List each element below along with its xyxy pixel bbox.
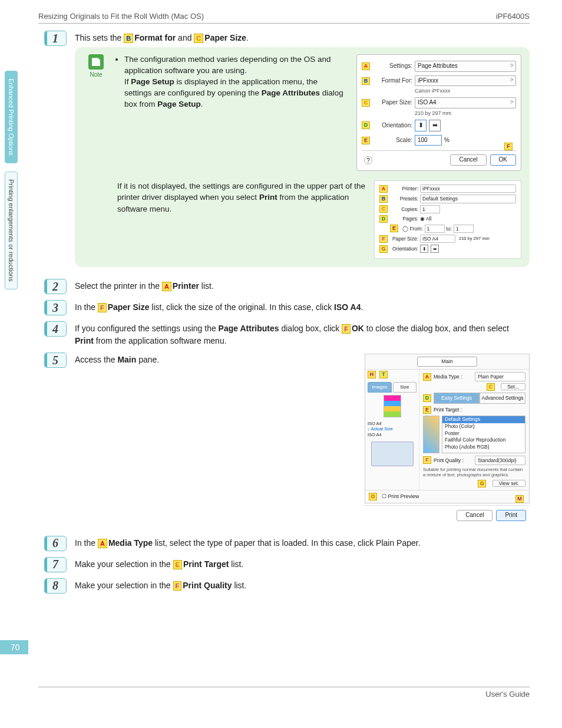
advanced-settings-tab[interactable]: Advanced Settings bbox=[480, 393, 525, 403]
tag-h: H bbox=[368, 371, 376, 378]
step2-text: Select the printer in the APrinter list. bbox=[75, 279, 530, 292]
print-dialog: APrinter:iPFxxxx BPresets:Default Settin… bbox=[374, 180, 521, 259]
key-f3: F bbox=[173, 581, 182, 591]
print-quality-select[interactable]: Standard(300dpi) bbox=[475, 456, 525, 465]
orientation-portrait-2[interactable]: ⬍ bbox=[420, 245, 428, 253]
main-pane-figure: Main H T Images Size bbox=[363, 354, 530, 524]
tag-a2: A bbox=[379, 185, 388, 193]
main-cancel-button[interactable]: Cancel bbox=[457, 510, 492, 521]
help-button[interactable]: ? bbox=[364, 156, 372, 164]
tag-e3: E bbox=[423, 406, 431, 414]
tag-a: A bbox=[362, 62, 370, 70]
tag-o: O bbox=[369, 493, 377, 500]
from-input[interactable]: 1 bbox=[425, 225, 445, 233]
step-number-8: 8 bbox=[44, 578, 67, 594]
set-button[interactable]: Set... bbox=[501, 383, 525, 390]
page-number: 70 bbox=[0, 640, 28, 654]
tag-d: D bbox=[362, 121, 370, 129]
step6-text: In the AMedia Type list, select the type… bbox=[75, 536, 530, 549]
media-type-select[interactable]: Plain Paper bbox=[475, 372, 525, 381]
main-print-button[interactable]: Print bbox=[496, 510, 526, 521]
view-set-button[interactable]: View set. bbox=[492, 480, 525, 487]
step-number-7: 7 bbox=[44, 557, 67, 572]
easy-settings-tab[interactable]: Easy Settings bbox=[434, 393, 480, 403]
main-pane-select[interactable]: Main bbox=[417, 357, 477, 367]
step-number-5: 5 bbox=[44, 353, 67, 368]
orientation-landscape-2[interactable]: ⬌ bbox=[431, 245, 439, 253]
paper-size-select[interactable]: ISO A4 bbox=[415, 97, 516, 108]
header-model: iPF6400S bbox=[496, 12, 530, 21]
paper-size-select-2[interactable]: ISO A4 bbox=[420, 235, 455, 243]
step-number-4: 4 bbox=[44, 321, 67, 337]
step7-text: Make your selection in the EPrint Target… bbox=[75, 557, 530, 570]
presets-select[interactable]: Default Settings bbox=[420, 195, 516, 203]
step1-text: This sets the BFormat for and CPaper Siz… bbox=[75, 32, 530, 44]
key-b: B bbox=[124, 34, 133, 43]
step-number-1: 1 bbox=[44, 31, 67, 46]
tag-c: C bbox=[362, 99, 370, 107]
page-header: Resizing Originals to Fit the Roll Width… bbox=[38, 12, 530, 24]
key-f: F bbox=[98, 303, 107, 312]
key-e2: E bbox=[173, 560, 182, 569]
print-target-list[interactable]: Default Settings Photo (Color) Poster Fa… bbox=[442, 416, 525, 453]
side-tab-enlargements[interactable]: Printing enlargements or reductions bbox=[5, 172, 18, 289]
page-attributes-dialog: A Settings: Page Attributes B Format For… bbox=[356, 54, 521, 171]
images-tab[interactable]: Images bbox=[368, 382, 392, 393]
copies-input[interactable]: 1 bbox=[420, 205, 440, 213]
tag-f3: F bbox=[423, 456, 431, 464]
side-tab-enhanced[interactable]: Enhanced Printing Options bbox=[5, 71, 18, 163]
key-c: C bbox=[194, 34, 203, 43]
tag-m: M bbox=[515, 495, 524, 503]
step5-text: Access the Main pane. bbox=[75, 354, 358, 365]
note-label: Note bbox=[83, 71, 109, 80]
sidebar: Enhanced Printing Options Printing enlar… bbox=[5, 71, 18, 289]
step4-text: If you configured the settings using the… bbox=[75, 321, 530, 347]
orientation-landscape[interactable]: ⬌ bbox=[429, 120, 441, 131]
footer-text: User's Guide bbox=[38, 687, 530, 699]
key-a: A bbox=[162, 282, 171, 291]
step3-text: In the FPaper Size list, click the size … bbox=[75, 300, 530, 313]
note-para-2: If it is not displayed, the settings are… bbox=[117, 180, 366, 215]
pages-from-radio[interactable]: ◯ From: bbox=[402, 225, 423, 232]
note-text: The configuration method varies dependin… bbox=[115, 54, 346, 110]
settings-select[interactable]: Page Attributes bbox=[415, 61, 516, 72]
tag-a3: A bbox=[423, 373, 431, 381]
note-box: Note The configuration method varies dep… bbox=[75, 47, 530, 267]
tag-t: T bbox=[379, 371, 388, 378]
cancel-button[interactable]: Cancel bbox=[450, 154, 486, 166]
tag-f2: F bbox=[379, 235, 388, 243]
ok-button[interactable]: OK bbox=[490, 154, 516, 166]
tag-d3: D bbox=[423, 394, 431, 402]
orientation-portrait[interactable]: ⬍ bbox=[415, 120, 427, 131]
tag-f: F bbox=[504, 143, 513, 150]
step-number-3: 3 bbox=[44, 300, 67, 315]
tag-g3: G bbox=[478, 480, 486, 487]
key-f2: F bbox=[342, 324, 351, 334]
note-icon bbox=[88, 54, 104, 70]
tag-b: B bbox=[362, 77, 370, 85]
tag-g2: G bbox=[379, 245, 388, 253]
format-for-select[interactable]: iPFxxxx bbox=[415, 75, 516, 87]
step8-text: Make your selection in the FPrint Qualit… bbox=[75, 578, 530, 591]
header-title: Resizing Originals to Fit the Roll Width… bbox=[38, 12, 204, 21]
size-tab[interactable]: Size bbox=[393, 382, 417, 393]
print-preview-checkbox[interactable]: ☐ Print Preview bbox=[382, 493, 419, 500]
scale-input[interactable]: 100 bbox=[415, 135, 442, 146]
tag-d2: D bbox=[379, 215, 388, 223]
to-input[interactable]: 1 bbox=[454, 225, 474, 233]
tag-b2: B bbox=[379, 195, 388, 203]
preview-thumbnail bbox=[384, 395, 401, 417]
tag-c2: C bbox=[379, 205, 388, 213]
key-a2: A bbox=[98, 539, 107, 548]
target-preview-icon bbox=[423, 416, 439, 453]
pages-all-radio[interactable]: ◉ All bbox=[420, 215, 431, 222]
tag-c3: C bbox=[487, 383, 495, 391]
tag-e: E bbox=[362, 137, 370, 144]
tag-e2: E bbox=[390, 225, 398, 232]
printer-illustration bbox=[371, 442, 414, 466]
printer-select[interactable]: iPFxxxx bbox=[420, 185, 516, 193]
step-number-2: 2 bbox=[44, 279, 67, 294]
step-number-6: 6 bbox=[44, 536, 67, 551]
